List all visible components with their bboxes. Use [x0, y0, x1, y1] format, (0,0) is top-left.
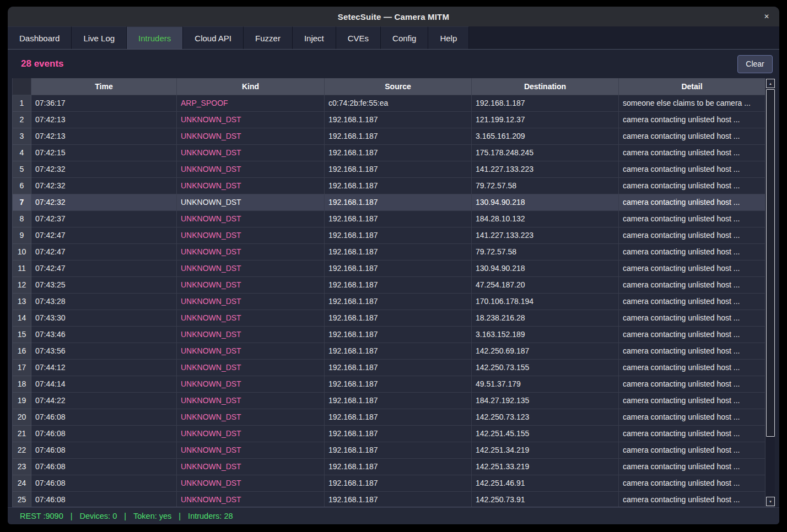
cell-kind[interactable]: UNKNOWN_DST — [177, 293, 325, 310]
cell-destination[interactable]: 3.165.161.209 — [472, 128, 619, 144]
cell-source[interactable]: 192.168.1.187 — [325, 293, 472, 310]
cell-time[interactable]: 07:43:46 — [31, 326, 177, 343]
cell-detail[interactable]: camera contacting unlisted host ... — [619, 343, 766, 359]
column-header-time[interactable]: Time — [31, 78, 177, 95]
cell-destination[interactable]: 184.28.10.132 — [472, 210, 619, 227]
cell-source[interactable]: 192.168.1.187 — [325, 475, 472, 491]
cell-destination[interactable]: 18.238.216.28 — [472, 310, 619, 326]
cell-kind[interactable]: UNKNOWN_DST — [177, 161, 325, 177]
cell-time[interactable]: 07:42:32 — [31, 194, 177, 210]
cell-detail[interactable]: camera contacting unlisted host ... — [619, 210, 766, 227]
close-icon[interactable]: ✕ — [764, 7, 769, 26]
event-row[interactable]: 2107:46:08UNKNOWN_DST192.168.1.187142.25… — [13, 425, 766, 442]
cell-kind[interactable]: UNKNOWN_DST — [177, 475, 325, 491]
cell-detail[interactable]: camera contacting unlisted host ... — [619, 177, 766, 194]
cell-source[interactable]: 192.168.1.187 — [325, 194, 472, 210]
cell-source[interactable]: 192.168.1.187 — [325, 376, 472, 392]
cell-kind[interactable]: UNKNOWN_DST — [177, 128, 325, 144]
cell-source[interactable]: c0:74:2b:fe:55:ea — [325, 95, 472, 111]
cell-detail[interactable]: camera contacting unlisted host ... — [619, 161, 766, 177]
cell-kind[interactable]: UNKNOWN_DST — [177, 343, 325, 359]
cell-time[interactable]: 07:42:13 — [31, 111, 177, 128]
cell-source[interactable]: 192.168.1.187 — [325, 310, 472, 326]
column-header-source[interactable]: Source — [325, 78, 472, 95]
cell-time[interactable]: 07:42:47 — [31, 227, 177, 243]
cell-destination[interactable]: 121.199.12.37 — [472, 111, 619, 128]
event-row[interactable]: 1507:43:46UNKNOWN_DST192.168.1.1873.163.… — [13, 326, 766, 343]
cell-kind[interactable]: UNKNOWN_DST — [177, 425, 325, 442]
tab-help[interactable]: Help — [428, 26, 469, 49]
tab-config[interactable]: Config — [381, 26, 428, 49]
cell-source[interactable]: 192.168.1.187 — [325, 359, 472, 376]
cell-detail[interactable]: camera contacting unlisted host ... — [619, 475, 766, 491]
cell-source[interactable]: 192.168.1.187 — [325, 128, 472, 144]
cell-time[interactable]: 07:46:08 — [31, 458, 177, 475]
cell-destination[interactable]: 184.27.192.135 — [472, 392, 619, 409]
event-row[interactable]: 1807:44:14UNKNOWN_DST192.168.1.18749.51.… — [13, 376, 766, 392]
event-row[interactable]: 1307:43:28UNKNOWN_DST192.168.1.187170.10… — [13, 293, 766, 310]
cell-time[interactable]: 07:46:08 — [31, 409, 177, 425]
cell-source[interactable]: 192.168.1.187 — [325, 243, 472, 260]
cell-destination[interactable]: 142.250.73.91 — [472, 491, 619, 507]
cell-detail[interactable]: camera contacting unlisted host ... — [619, 310, 766, 326]
column-header-destination[interactable]: Destination — [472, 78, 619, 95]
column-header-kind[interactable]: Kind — [177, 78, 325, 95]
cell-destination[interactable]: 175.178.248.245 — [472, 144, 619, 161]
cell-kind[interactable]: UNKNOWN_DST — [177, 392, 325, 409]
cell-kind[interactable]: UNKNOWN_DST — [177, 326, 325, 343]
cell-detail[interactable]: camera contacting unlisted host ... — [619, 194, 766, 210]
cell-kind[interactable]: ARP_SPOOF — [177, 95, 325, 111]
cell-detail[interactable]: camera contacting unlisted host ... — [619, 458, 766, 475]
cell-time[interactable]: 07:46:08 — [31, 491, 177, 507]
scrollbar-down-button[interactable]: ▼ — [766, 497, 775, 506]
cell-source[interactable]: 192.168.1.187 — [325, 144, 472, 161]
cell-source[interactable]: 192.168.1.187 — [325, 177, 472, 194]
cell-time[interactable]: 07:36:17 — [31, 95, 177, 111]
cell-time[interactable]: 07:46:08 — [31, 442, 177, 458]
cell-destination[interactable]: 142.251.34.219 — [472, 442, 619, 458]
cell-time[interactable]: 07:44:14 — [31, 376, 177, 392]
cell-destination[interactable]: 79.72.57.58 — [472, 177, 619, 194]
cell-source[interactable]: 192.168.1.187 — [325, 392, 472, 409]
cell-detail[interactable]: camera contacting unlisted host ... — [619, 243, 766, 260]
cell-time[interactable]: 07:43:25 — [31, 276, 177, 293]
scrollbar-thumb[interactable] — [766, 89, 775, 437]
cell-detail[interactable]: someone else claims to be camera ... — [619, 95, 766, 111]
tab-inject[interactable]: Inject — [293, 26, 336, 49]
event-row[interactable]: 2407:46:08UNKNOWN_DST192.168.1.187142.25… — [13, 475, 766, 491]
event-row[interactable]: 1007:42:47UNKNOWN_DST192.168.1.18779.72.… — [13, 243, 766, 260]
cell-time[interactable]: 07:43:56 — [31, 343, 177, 359]
cell-source[interactable]: 192.168.1.187 — [325, 276, 472, 293]
cell-kind[interactable]: UNKNOWN_DST — [177, 194, 325, 210]
cell-destination[interactable]: 49.51.37.179 — [472, 376, 619, 392]
cell-destination[interactable]: 47.254.187.20 — [472, 276, 619, 293]
cell-time[interactable]: 07:42:47 — [31, 243, 177, 260]
tab-fuzzer[interactable]: Fuzzer — [244, 26, 293, 49]
cell-time[interactable]: 07:42:32 — [31, 177, 177, 194]
cell-time[interactable]: 07:46:08 — [31, 425, 177, 442]
cell-destination[interactable]: 142.251.33.219 — [472, 458, 619, 475]
cell-detail[interactable]: camera contacting unlisted host ... — [619, 376, 766, 392]
cell-detail[interactable]: camera contacting unlisted host ... — [619, 227, 766, 243]
cell-source[interactable]: 192.168.1.187 — [325, 491, 472, 507]
cell-detail[interactable]: camera contacting unlisted host ... — [619, 111, 766, 128]
event-row[interactable]: 1207:43:25UNKNOWN_DST192.168.1.18747.254… — [13, 276, 766, 293]
event-row[interactable]: 1907:44:22UNKNOWN_DST192.168.1.187184.27… — [13, 392, 766, 409]
event-row[interactable]: 407:42:15UNKNOWN_DST192.168.1.187175.178… — [13, 144, 766, 161]
cell-time[interactable]: 07:44:22 — [31, 392, 177, 409]
cell-source[interactable]: 192.168.1.187 — [325, 161, 472, 177]
cell-detail[interactable]: camera contacting unlisted host ... — [619, 409, 766, 425]
cell-time[interactable]: 07:42:32 — [31, 161, 177, 177]
cell-source[interactable]: 192.168.1.187 — [325, 425, 472, 442]
event-row[interactable]: 507:42:32UNKNOWN_DST192.168.1.187141.227… — [13, 161, 766, 177]
event-row[interactable]: 1607:43:56UNKNOWN_DST192.168.1.187142.25… — [13, 343, 766, 359]
cell-detail[interactable]: camera contacting unlisted host ... — [619, 128, 766, 144]
clear-button[interactable]: Clear — [737, 55, 773, 73]
cell-destination[interactable]: 141.227.133.223 — [472, 227, 619, 243]
cell-kind[interactable]: UNKNOWN_DST — [177, 276, 325, 293]
tab-live-log[interactable]: Live Log — [72, 26, 127, 49]
cell-destination[interactable]: 130.94.90.218 — [472, 194, 619, 210]
event-row[interactable]: 707:42:32UNKNOWN_DST192.168.1.187130.94.… — [13, 194, 766, 210]
event-row[interactable]: 2007:46:08UNKNOWN_DST192.168.1.187142.25… — [13, 409, 766, 425]
cell-source[interactable]: 192.168.1.187 — [325, 326, 472, 343]
